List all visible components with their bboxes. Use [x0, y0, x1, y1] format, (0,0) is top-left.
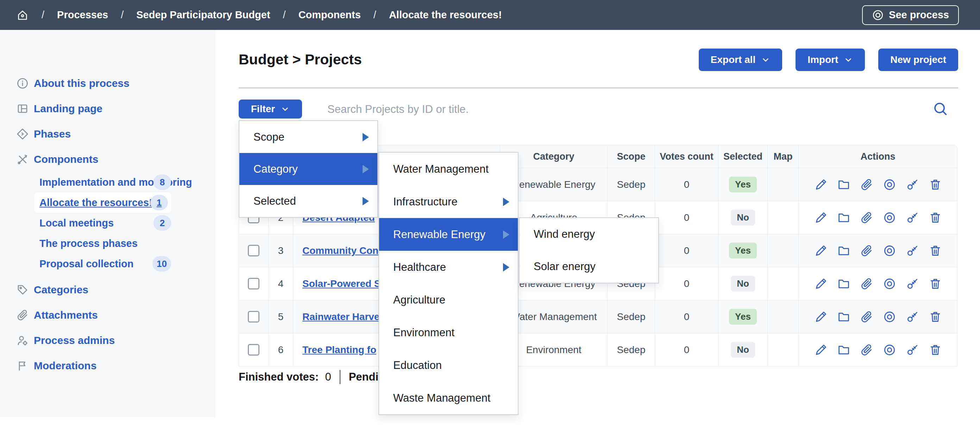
subcategory-menu-item[interactable]: Solar energy: [520, 250, 658, 283]
paperclip-icon[interactable]: [860, 310, 873, 323]
sidebar-component-item[interactable]: Proposal collection 10: [0, 253, 215, 274]
edit-pencil-icon[interactable]: [814, 211, 827, 224]
sidebar-item-label: Process admins: [34, 334, 115, 347]
edit-pencil-icon[interactable]: [814, 244, 827, 257]
row-checkbox[interactable]: [248, 311, 259, 323]
import-button[interactable]: Import: [795, 49, 865, 71]
category-menu-item[interactable]: Renewable Energy: [379, 218, 518, 251]
edit-pencil-icon[interactable]: [814, 178, 827, 191]
paperclip-icon[interactable]: [860, 211, 873, 224]
edit-pencil-icon[interactable]: [814, 343, 827, 356]
topbar: / Processes / Sedep Participatory Budget…: [0, 0, 980, 30]
trash-icon[interactable]: [929, 277, 942, 290]
trash-icon[interactable]: [929, 244, 942, 257]
category-menu-item[interactable]: Healthcare: [379, 251, 518, 284]
key-permissions-icon[interactable]: [906, 211, 919, 224]
caret-right-icon: [503, 230, 509, 239]
edit-pencil-icon[interactable]: [814, 310, 827, 323]
sidebar-component-item[interactable]: The process phases: [0, 233, 215, 253]
project-title-link[interactable]: Tree Planting fo: [302, 344, 376, 356]
chevron-down-icon: [280, 105, 290, 114]
folder-icon[interactable]: [837, 277, 850, 290]
column-header: Actions: [799, 145, 957, 168]
paperclip-icon[interactable]: [860, 277, 873, 290]
sidebar-item-categories[interactable]: Categories: [0, 277, 215, 303]
menu-item-label: Education: [393, 359, 442, 372]
filter-menu-item[interactable]: Category: [239, 153, 377, 185]
sidebar-item-phases[interactable]: Phases: [0, 121, 215, 147]
filter-button[interactable]: Filter: [239, 100, 302, 119]
key-permissions-icon[interactable]: [906, 244, 919, 257]
category-menu-item[interactable]: Agriculture: [379, 284, 518, 316]
paperclip-icon[interactable]: [860, 178, 873, 191]
row-checkbox[interactable]: [248, 278, 259, 290]
export-all-button[interactable]: Export all: [699, 49, 783, 71]
home-icon[interactable]: [16, 9, 29, 21]
sidebar-item-process-admins[interactable]: Process admins: [0, 328, 215, 353]
folder-icon[interactable]: [837, 310, 850, 323]
row-checkbox[interactable]: [248, 245, 259, 257]
preview-target-icon[interactable]: [883, 310, 896, 323]
project-id: 5: [269, 300, 293, 333]
breadcrumb-link[interactable]: Processes: [57, 9, 108, 21]
sidebar-item-landing-page[interactable]: Landing page: [0, 96, 215, 121]
key-permissions-icon[interactable]: [906, 277, 919, 290]
trash-icon[interactable]: [929, 211, 942, 224]
subcategory-menu-item[interactable]: Wind energy: [520, 218, 658, 250]
preview-target-icon[interactable]: [883, 244, 896, 257]
new-project-button[interactable]: New project: [878, 49, 958, 71]
project-scope: Sedep: [608, 168, 655, 201]
breadcrumb-link[interactable]: Sedep Participatory Budget: [136, 9, 270, 21]
key-permissions-icon[interactable]: [906, 178, 919, 191]
edit-pencil-icon[interactable]: [814, 277, 827, 290]
breadcrumb-link[interactable]: Components: [299, 9, 361, 21]
sidebar-component-item[interactable]: Allocate the resources! 1: [34, 192, 172, 213]
sidebar-component-item[interactable]: Implementation and monitoring 8: [0, 172, 215, 192]
search-input[interactable]: [328, 101, 905, 117]
project-title-link[interactable]: Solar-Powered S: [302, 278, 381, 290]
category-menu-item[interactable]: Environment: [379, 316, 518, 349]
folder-icon[interactable]: [837, 343, 850, 356]
paperclip-icon[interactable]: [860, 244, 873, 257]
menu-item-label: Selected: [253, 195, 296, 207]
category-menu-item[interactable]: Water Management: [379, 153, 518, 185]
key-permissions-icon[interactable]: [906, 310, 919, 323]
category-menu-item[interactable]: Education: [379, 349, 518, 382]
breadcrumb-link[interactable]: Allocate the resources!: [389, 9, 502, 21]
key-permissions-icon[interactable]: [906, 343, 919, 356]
sidebar-item-components[interactable]: Components: [0, 147, 215, 172]
category-menu-item[interactable]: Infrastructure: [379, 185, 518, 218]
category-menu-item[interactable]: Waste Management: [379, 382, 518, 414]
title-divider: [239, 87, 958, 88]
project-votes-count: 0: [655, 333, 719, 366]
preview-target-icon[interactable]: [883, 178, 896, 191]
sidebar-component-item[interactable]: Local meetings 2: [0, 213, 215, 233]
folder-icon[interactable]: [837, 211, 850, 224]
project-title-link[interactable]: Rainwater Harve: [302, 311, 379, 323]
preview-target-icon[interactable]: [883, 343, 896, 356]
sidebar-item-attachments[interactable]: Attachments: [0, 303, 215, 328]
menu-item-label: Environment: [393, 326, 455, 339]
filter-menu-item[interactable]: Scope: [239, 121, 377, 153]
trash-icon[interactable]: [929, 343, 942, 356]
search-icon[interactable]: [932, 101, 948, 117]
category-submenu: Water Management Infrastructure Renewabl…: [379, 152, 519, 415]
paperclip-icon[interactable]: [860, 343, 873, 356]
project-title-link[interactable]: Community Con: [302, 245, 379, 257]
trash-icon[interactable]: [929, 178, 942, 191]
row-checkbox[interactable]: [248, 344, 259, 356]
sidebar-item-label: Phases: [34, 128, 71, 140]
preview-target-icon[interactable]: [883, 211, 896, 224]
see-process-button[interactable]: See process: [862, 5, 959, 25]
project-map-cell: [768, 333, 799, 366]
folder-icon[interactable]: [837, 178, 850, 191]
preview-target-icon[interactable]: [883, 277, 896, 290]
project-map-cell: [768, 201, 799, 234]
folder-icon[interactable]: [837, 244, 850, 257]
trash-icon[interactable]: [929, 310, 942, 323]
menu-item-label: Infrastructure: [393, 196, 458, 208]
sidebar-item-moderations[interactable]: Moderations: [0, 353, 215, 379]
sidebar-item-about[interactable]: About this process: [0, 71, 215, 96]
caret-right-icon: [363, 133, 369, 141]
filter-menu-item[interactable]: Selected: [239, 185, 377, 217]
